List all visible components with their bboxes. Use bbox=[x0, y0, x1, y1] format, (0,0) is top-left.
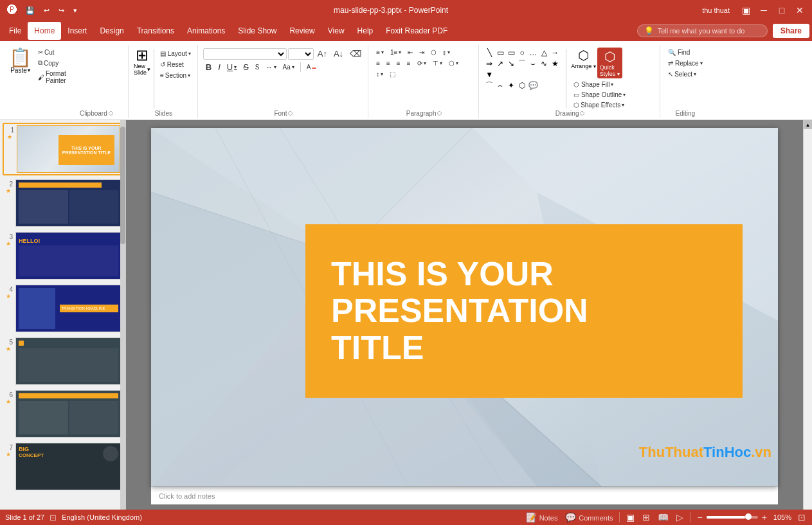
decrease-indent-btn[interactable]: ⇤ bbox=[405, 48, 415, 57]
convert-smartart-btn[interactable]: ⬡ ▾ bbox=[446, 58, 461, 68]
slide-title-box[interactable]: THIS IS YOUR PRESENTATION TITLE bbox=[305, 224, 743, 398]
slide-thumb-3[interactable]: 3 ★ HELLO! bbox=[3, 231, 123, 281]
slides-label[interactable]: Slides bbox=[134, 110, 194, 118]
scrollbar-thumb[interactable] bbox=[120, 127, 125, 244]
zoom-in-btn[interactable]: + bbox=[761, 511, 768, 524]
save-quick-btn[interactable]: 💾 bbox=[23, 5, 37, 16]
slide-thumb-7[interactable]: 7 ★ BIG CONCEPT bbox=[3, 441, 123, 492]
shape-more[interactable]: … bbox=[528, 48, 538, 58]
slide-thumb-1[interactable]: 1 ★ THIS IS YOUR PRESENTATION TITLE bbox=[3, 123, 123, 175]
change-case-btn[interactable]: Aa ▾ bbox=[280, 62, 297, 72]
smartart-btn[interactable]: ⬡ bbox=[428, 48, 439, 57]
section-button[interactable]: ≡ Section ▾ bbox=[158, 71, 194, 80]
shape-arc2[interactable]: ⌢ bbox=[495, 80, 505, 91]
slide-show-btn[interactable]: ▷ bbox=[675, 511, 685, 524]
shape-outline-btn[interactable]: ▭ Shape Outline ▾ bbox=[571, 90, 628, 100]
notes-area[interactable]: Click to add notes bbox=[151, 486, 778, 504]
align-right-btn[interactable]: ≡ bbox=[394, 58, 403, 68]
font-size-select[interactable] bbox=[288, 48, 314, 60]
shape-tri[interactable]: △ bbox=[539, 48, 549, 58]
align-text-btn[interactable]: ⊤ ▾ bbox=[430, 58, 445, 68]
reset-button[interactable]: ↺ Reset bbox=[158, 60, 194, 69]
menu-transitions[interactable]: Transitions bbox=[131, 22, 181, 40]
increase-indent-btn[interactable]: ⇥ bbox=[417, 48, 427, 57]
shape-curve2[interactable]: ⌣ bbox=[528, 58, 538, 69]
shape-wave[interactable]: ∿ bbox=[539, 58, 549, 69]
slide-thumb-4[interactable]: 4 ★ TRANSITION HEADLINE bbox=[3, 283, 123, 334]
select-button[interactable]: ↖ Select ▾ bbox=[665, 69, 705, 79]
zoom-out-btn[interactable]: − bbox=[696, 511, 703, 524]
clipboard-label[interactable]: Clipboard ⬡ bbox=[69, 110, 124, 118]
app-icon[interactable]: 🅟 bbox=[5, 3, 19, 17]
align-left-btn[interactable]: ≡ bbox=[374, 58, 383, 68]
share-button[interactable]: Share bbox=[773, 24, 809, 38]
shape-arrow[interactable]: → bbox=[550, 48, 560, 58]
customize-quick-btn[interactable]: ▾ bbox=[71, 5, 80, 16]
menu-review[interactable]: Review bbox=[283, 22, 321, 40]
paste-button[interactable]: 📋 Paste ▾ bbox=[6, 48, 34, 85]
editing-label[interactable]: Editing bbox=[665, 110, 705, 118]
slide-thumb-6[interactable]: 6 ★ bbox=[3, 389, 123, 439]
menu-view[interactable]: View bbox=[321, 22, 351, 40]
underline-button[interactable]: U ▾ bbox=[224, 61, 239, 73]
notes-btn[interactable]: 📝 Notes bbox=[525, 511, 559, 524]
tell-me-box[interactable]: 💡 bbox=[637, 24, 768, 37]
menu-home[interactable]: Home bbox=[28, 22, 61, 40]
align-center-btn[interactable]: ≡ bbox=[384, 58, 393, 68]
quick-styles-button[interactable]: ⬡ QuickStyles ▾ bbox=[597, 48, 622, 78]
right-scrollbar[interactable]: ▲ ▲ ● ▼ ▼ bbox=[803, 120, 812, 525]
decrease-font-btn[interactable]: A↓ bbox=[331, 48, 346, 60]
shadow-button[interactable]: S bbox=[253, 62, 262, 72]
numbering-button[interactable]: 1≡ ▾ bbox=[388, 48, 404, 57]
find-button[interactable]: 🔍 EditingFind bbox=[665, 48, 705, 57]
scroll-up-btn[interactable]: ▲ bbox=[804, 120, 812, 129]
shape-oval[interactable]: ○ bbox=[517, 48, 527, 58]
increase-font-btn[interactable]: A↑ bbox=[315, 48, 330, 60]
menu-slideshow[interactable]: Slide Show bbox=[231, 22, 283, 40]
bold-button[interactable]: B bbox=[203, 61, 214, 73]
slide-thumb-2[interactable]: 2 ★ bbox=[3, 178, 123, 228]
text-direction-btn[interactable]: ⟳ ▾ bbox=[415, 58, 429, 68]
reading-view-btn[interactable]: 📖 bbox=[656, 511, 670, 524]
slide-canvas[interactable]: THIS IS YOUR PRESENTATION TITLE ThuThuat… bbox=[151, 128, 778, 486]
shape-callout[interactable]: 💬 bbox=[528, 80, 538, 91]
font-name-select[interactable] bbox=[203, 48, 287, 60]
redo-quick-btn[interactable]: ↪ bbox=[56, 5, 67, 16]
clear-format-btn[interactable]: ⌫ bbox=[347, 48, 364, 60]
menu-insert[interactable]: Insert bbox=[61, 22, 93, 40]
shape-fill-btn[interactable]: ⬡ Shape Fill ▾ bbox=[571, 80, 628, 89]
paragraph-label[interactable]: Paragraph ⬡ bbox=[374, 110, 474, 118]
new-slide-button[interactable]: ⊞ NewSlide ▾ bbox=[134, 48, 150, 76]
shape-rect[interactable]: ▭ bbox=[495, 48, 505, 58]
menu-animations[interactable]: Animations bbox=[181, 22, 231, 40]
strikethrough-button[interactable]: S bbox=[240, 61, 251, 73]
shape-rect2[interactable]: ▭ bbox=[506, 48, 516, 58]
menu-help[interactable]: Help bbox=[351, 22, 380, 40]
slide-panel-scrollbar[interactable] bbox=[120, 120, 125, 512]
shape-arrow4[interactable]: ↘ bbox=[506, 58, 516, 69]
shape-line[interactable]: ╲ bbox=[484, 48, 494, 58]
justify-btn[interactable]: ≡ bbox=[404, 58, 413, 68]
shape-curve[interactable]: ⌒ bbox=[517, 58, 527, 69]
arrange-button[interactable]: ⬡ Arrange ▾ bbox=[571, 48, 596, 69]
format-painter-button[interactable]: 🖌 Format Painter bbox=[35, 69, 69, 85]
line-spacing-btn[interactable]: ↕ ▾ bbox=[374, 69, 386, 79]
tell-me-input[interactable] bbox=[658, 27, 761, 35]
comments-btn[interactable]: 💬 Comments bbox=[564, 511, 614, 524]
copy-button[interactable]: ⧉ Copy bbox=[35, 58, 69, 68]
bullets-button[interactable]: ≡ ▾ bbox=[374, 48, 386, 57]
minimize-btn[interactable]: ─ bbox=[757, 3, 771, 17]
shape-arrow2[interactable]: ⇒ bbox=[484, 58, 494, 69]
columns-btn[interactable]: ⫿ ▾ bbox=[440, 48, 453, 57]
menu-foxit[interactable]: Foxit Reader PDF bbox=[379, 22, 454, 40]
shape-star[interactable]: ★ bbox=[550, 58, 560, 69]
drawing-label[interactable]: Drawing ⬡ bbox=[484, 110, 656, 118]
fit-slide-btn[interactable]: ⊡ bbox=[797, 511, 807, 524]
shape-arrow3[interactable]: ↗ bbox=[495, 58, 505, 69]
shape-arc[interactable]: ⌒ bbox=[484, 80, 494, 91]
menu-file[interactable]: File bbox=[3, 22, 28, 40]
zoom-thumb[interactable] bbox=[745, 513, 752, 520]
zoom-slider[interactable] bbox=[707, 516, 758, 519]
cut-button[interactable]: ✂ Cut bbox=[35, 48, 69, 57]
replace-button[interactable]: ⇌ Replace ▾ bbox=[665, 58, 705, 68]
